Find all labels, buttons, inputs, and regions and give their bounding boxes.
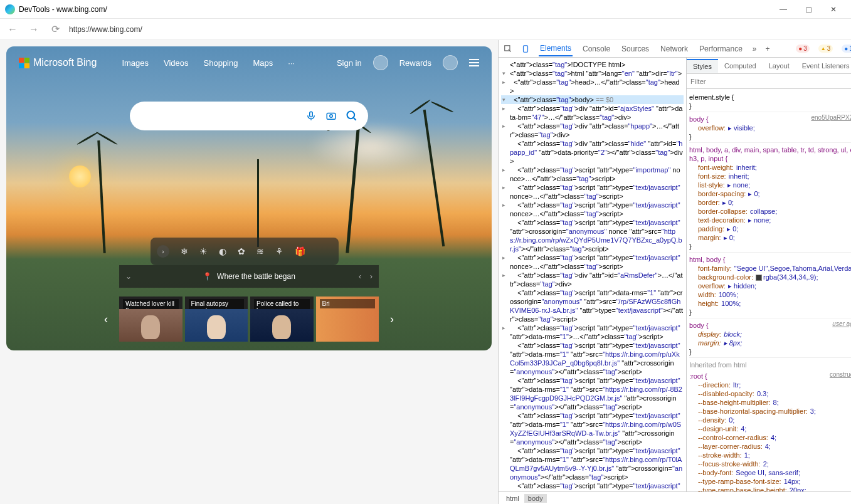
- tab-elements[interactable]: Elements: [539, 41, 573, 56]
- leaf-icon[interactable]: ✿: [238, 246, 245, 256]
- bing-logo[interactable]: Microsoft Bing: [19, 57, 97, 68]
- crumb-html[interactable]: html: [502, 494, 523, 503]
- crumb-body[interactable]: body: [524, 494, 547, 503]
- devtools-toolbar: Elements Console Sources Network Perform…: [499, 40, 851, 58]
- signin-link[interactable]: Sign in: [337, 58, 362, 68]
- icon-strip: › ❄ ☀ ◐ ✿ ≋ ⚘ 🎁: [151, 238, 339, 265]
- close-button[interactable]: ✕: [821, 1, 846, 18]
- minimize-button[interactable]: —: [771, 1, 796, 18]
- sun-icon[interactable]: ☀: [199, 246, 208, 256]
- search-box[interactable]: [130, 102, 368, 130]
- svg-rect-0: [310, 112, 313, 117]
- nav-more[interactable]: ···: [288, 58, 295, 68]
- strip-expand-icon[interactable]: ›: [157, 245, 169, 258]
- tab-styles[interactable]: Styles: [687, 59, 718, 73]
- styles-filter-input[interactable]: [690, 78, 850, 85]
- news-card-1[interactable]: Watched lover kill 6: [119, 297, 182, 342]
- gift-icon[interactable]: 🎁: [295, 246, 305, 256]
- forward-button[interactable]: →: [26, 22, 41, 37]
- maximize-button[interactable]: ▢: [796, 1, 821, 18]
- news-cards: ‹ Watched lover kill 6 Final autopsy rep…: [119, 297, 379, 342]
- tab-computed[interactable]: Computed: [718, 60, 763, 72]
- new-tab-icon[interactable]: +: [766, 45, 770, 53]
- mic-icon[interactable]: [305, 110, 317, 122]
- paw-icon[interactable]: ⚘: [275, 246, 283, 256]
- elements-tree[interactable]: <"attr">class="tag">!DOCTYPE html><"attr…: [499, 58, 687, 491]
- cards-prev-icon[interactable]: ‹: [104, 313, 108, 326]
- caption-text: Where the battle began: [217, 272, 295, 281]
- snowflake-icon[interactable]: ❄: [181, 246, 188, 256]
- error-badge[interactable]: 3: [796, 45, 810, 53]
- search-icon[interactable]: [346, 110, 358, 122]
- news-card-3[interactable]: Police called to home: [250, 297, 314, 342]
- caption-dropdown-icon[interactable]: ⌄: [125, 272, 132, 281]
- camera-icon[interactable]: [325, 110, 337, 122]
- rewards-icon[interactable]: [443, 55, 458, 70]
- device-icon[interactable]: [521, 45, 530, 53]
- page-content: Microsoft Bing Images Videos Shopping Ma…: [0, 40, 498, 504]
- styles-filter-bar: :hov .cls +: [687, 74, 851, 89]
- caption-next-icon[interactable]: ›: [370, 272, 373, 281]
- tabs-more-icon[interactable]: »: [753, 45, 757, 53]
- news-card-4[interactable]: Bri: [316, 297, 379, 342]
- edge-icon: [5, 4, 15, 14]
- microsoft-logo-icon: [19, 58, 29, 68]
- nav-shopping[interactable]: Shopping: [204, 58, 238, 68]
- nav-images[interactable]: Images: [122, 58, 149, 68]
- nav-maps[interactable]: Maps: [253, 58, 273, 68]
- devtools-panel: Elements Console Sources Network Perform…: [498, 40, 851, 504]
- warning-badge[interactable]: 3: [818, 45, 833, 53]
- svg-rect-1: [327, 113, 336, 120]
- tab-layout[interactable]: Layout: [763, 60, 796, 72]
- sunset-decoration: [69, 165, 91, 187]
- window-titlebar: DevTools - www.bing.com/ — ▢ ✕: [0, 0, 851, 19]
- styles-panel: Styles Computed Layout Event Listeners »…: [687, 58, 851, 491]
- tab-listeners[interactable]: Event Listeners: [796, 60, 851, 72]
- news-card-2[interactable]: Final autopsy report: [185, 297, 248, 342]
- rewards-link[interactable]: Rewards: [399, 58, 431, 68]
- bing-homepage: Microsoft Bing Images Videos Shopping Ma…: [6, 46, 492, 350]
- tab-sources[interactable]: Sources: [620, 42, 650, 56]
- address-bar[interactable]: https://www.bing.com/: [69, 25, 846, 34]
- svg-rect-6: [524, 45, 528, 52]
- wave-icon[interactable]: ≋: [256, 246, 264, 256]
- styles-rules[interactable]: element.style {}eno5UpaRPX2…GU.br.css:1b…: [687, 89, 851, 491]
- hamburger-icon[interactable]: [469, 59, 479, 66]
- caption-prev-icon[interactable]: ‹: [359, 272, 361, 281]
- back-button[interactable]: ←: [5, 22, 20, 37]
- bing-header: Microsoft Bing Images Videos Shopping Ma…: [6, 55, 492, 70]
- reload-button[interactable]: ⟳: [48, 22, 63, 37]
- image-caption-bar: ⌄ 📍 Where the battle began ‹ ›: [119, 265, 379, 288]
- bing-nav: Images Videos Shopping Maps ···: [122, 58, 295, 68]
- window-title: DevTools - www.bing.com/: [19, 5, 771, 14]
- avatar-icon[interactable]: [373, 55, 388, 70]
- info-badge[interactable]: 11: [842, 45, 851, 53]
- tab-performance[interactable]: Performance: [698, 42, 744, 56]
- svg-point-2: [330, 115, 333, 118]
- tab-network[interactable]: Network: [659, 42, 689, 56]
- browser-toolbar: ← → ⟳ https://www.bing.com/: [0, 19, 851, 40]
- svg-point-3: [347, 112, 355, 119]
- cards-next-icon[interactable]: ›: [390, 313, 394, 326]
- dom-breadcrumbs: html body: [499, 491, 851, 504]
- nav-videos[interactable]: Videos: [164, 58, 189, 68]
- tab-console[interactable]: Console: [581, 42, 611, 56]
- styles-tabs: Styles Computed Layout Event Listeners »: [687, 58, 851, 74]
- svg-line-4: [354, 118, 356, 120]
- inspect-icon[interactable]: [504, 45, 512, 53]
- bulb-icon[interactable]: ◐: [219, 246, 226, 256]
- bing-logo-text: Microsoft Bing: [33, 57, 97, 68]
- location-icon: 📍: [203, 272, 212, 281]
